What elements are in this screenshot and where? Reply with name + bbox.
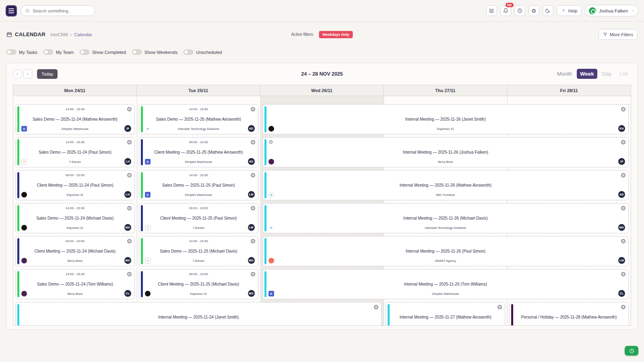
event-card[interactable]: 14:00 - 15:30 Sales Demo — 2025-11-25 (M… [139, 236, 258, 266]
event-status-circle[interactable] [621, 107, 625, 111]
event-card[interactable]: Internal Meeting — 2025-11-26 (Janet Smi… [262, 104, 629, 134]
event-card[interactable]: 14:00 - 15:30 Sales Demo — 2025-11-24 (M… [15, 104, 135, 134]
event-company: Berry Brew [280, 160, 611, 164]
toggle-show-weekends[interactable]: Show Weekends [132, 49, 178, 55]
event-status-circle[interactable] [127, 206, 132, 210]
event-card[interactable]: Internal Meeting — 2025-11-26 (Tom Willi… [262, 269, 629, 299]
event-title: Client Meeting — 2025-11-25 (Mathew Ains… [146, 150, 252, 154]
toggle-switch[interactable] [80, 49, 89, 55]
event-footer: itl Inteclads Technology Solutions AD [142, 125, 255, 132]
toggle-show-completed[interactable]: Show Completed [80, 49, 126, 55]
active-filter-badge[interactable]: Weekdays Only [319, 31, 353, 38]
event-card[interactable]: 14:00 - 15:30 Sales Demo — 2025-11-25 (P… [139, 170, 258, 200]
event-card[interactable]: 14:00 - 15:30 Sales Demo — 2025-11-24 (M… [15, 203, 135, 233]
event-status-circle[interactable] [621, 305, 625, 309]
event-card[interactable]: Internal Meeting — 2025-11-26 (Mathew Ai… [262, 170, 629, 200]
event-status-circle[interactable] [127, 140, 132, 144]
event-status-circle[interactable] [251, 239, 255, 243]
apps-grid-button[interactable] [486, 5, 497, 16]
help-button[interactable]: Help [557, 5, 582, 16]
event-status-circle[interactable] [251, 206, 255, 210]
event-footer: Espresso 31 MD [19, 224, 131, 231]
quick-time-button[interactable] [625, 346, 638, 356]
event-card[interactable]: Internal Meeting — 2025-11-26 (Paul Simo… [262, 236, 629, 266]
page-title-text: CALENDAR [15, 31, 45, 37]
calendar-toolbar: Today 24 – 28 NOV 2025 Month Week Day Li… [13, 69, 631, 79]
menu-button[interactable] [6, 5, 17, 16]
history-button[interactable] [514, 5, 525, 16]
toggle-switch[interactable] [132, 49, 142, 55]
company-logo [268, 159, 274, 165]
event-card[interactable]: Personal / Holiday — 2025-11-28 (Mathew … [509, 302, 629, 325]
event-status-circle[interactable] [621, 140, 625, 144]
search-box[interactable] [21, 5, 95, 16]
event-time: 09:00 - 10:00 [139, 272, 258, 276]
toggle-switch[interactable] [184, 49, 193, 55]
event-time: 09:00 - 10:00 [139, 140, 258, 144]
event-status-circle[interactable] [497, 305, 502, 309]
more-filters-button[interactable]: More Filters [599, 29, 638, 40]
user-menu-button[interactable]: Joshua Falken [585, 5, 638, 16]
view-month[interactable]: Month [554, 69, 575, 79]
event-title: Sales Demo — 2025-11-24 (Tom Williams) [22, 282, 128, 286]
event-status-circle[interactable] [374, 305, 378, 309]
clock-icon [517, 8, 522, 13]
event-card[interactable]: 09:00 - 10:00 Client Meeting — 2025-11-2… [15, 236, 135, 266]
company-logo [268, 126, 274, 132]
prev-button[interactable] [13, 70, 22, 78]
event-card[interactable]: Internal Meeting — 2025-11-26 (Michael D… [262, 203, 629, 233]
settings-button[interactable]: ⚙ [528, 5, 539, 16]
toggle-my-team[interactable]: My Team [43, 49, 74, 55]
event-status-circle[interactable] [621, 173, 625, 177]
event-card[interactable]: Internal Meeting — 2025-11-24 (Janet Smi… [15, 302, 382, 325]
event-status-circle[interactable] [127, 239, 132, 243]
event-status-circle[interactable] [621, 272, 625, 276]
event-company: Dimples Warehouse [280, 292, 611, 296]
next-button[interactable] [23, 70, 32, 78]
event-company: Dimples Warehouse [156, 193, 241, 197]
event-footer: 7 7-Eleven LM [142, 224, 255, 231]
event-footer [19, 323, 378, 325]
event-status-circle[interactable] [251, 272, 255, 276]
view-week[interactable]: Week [577, 69, 597, 79]
toggle-unscheduled[interactable]: Unscheduled [184, 49, 222, 55]
event-footer: 7 7-Eleven MD [142, 257, 255, 264]
event-card[interactable]: 09:00 - 10:00 Client Meeting — 2025-11-2… [139, 203, 258, 233]
view-day[interactable]: Day [599, 69, 615, 79]
toggle-switch[interactable] [43, 49, 53, 55]
company-logo [145, 291, 151, 296]
today-button[interactable]: Today [37, 69, 58, 79]
dark-mode-button[interactable] [543, 5, 553, 16]
event-card[interactable]: 09:00 - 10:00 Client Meeting — 2025-11-2… [139, 137, 258, 167]
assignee-avatar: MD [248, 257, 255, 264]
event-status-circle[interactable] [251, 173, 255, 177]
company-logo: 7 [21, 159, 27, 165]
notifications-button[interactable]: 530 [500, 5, 511, 16]
event-footer: Espresso 31 MD [142, 290, 255, 297]
view-list[interactable]: List [616, 69, 631, 79]
event-company: Dimples Warehouse [33, 127, 118, 131]
breadcrumb-root[interactable]: InteCRM [50, 32, 68, 37]
company-logo: itl [145, 126, 151, 132]
event-card[interactable]: 14:00 - 15:30 Sales Demo — 2025-11-24 (P… [15, 137, 135, 167]
toggle-label: Show Weekends [144, 50, 178, 55]
event-card[interactable]: 14:00 - 15:30 Sales Demo — 2025-11-25 (M… [139, 104, 258, 134]
event-status-circle[interactable] [127, 107, 132, 111]
toggle-switch[interactable] [6, 49, 16, 55]
event-card[interactable]: 09:00 - 10:00 Client Meeting — 2025-11-2… [139, 269, 258, 299]
event-title: Personal / Holiday — 2025-11-28 (Mathew … [516, 315, 622, 319]
event-footer: D Dimples Warehouse AD [142, 158, 255, 165]
event-status-circle[interactable] [127, 173, 132, 177]
event-status-circle[interactable] [251, 107, 255, 111]
event-card[interactable]: Internal Meeting — 2025-11-27 (Mathew Ai… [386, 302, 505, 325]
event-status-circle[interactable] [127, 272, 132, 276]
event-card[interactable]: 14:00 - 15:30 Sales Demo — 2025-11-24 (T… [15, 269, 135, 299]
event-card[interactable]: Internal Meeting — 2025-11-26 (Joshua Fa… [262, 137, 629, 167]
event-status-circle[interactable] [251, 140, 255, 144]
event-status-circle[interactable] [621, 239, 625, 243]
event-color-bar [388, 304, 390, 325]
event-card[interactable]: 09:00 - 10:00 Client Meeting — 2025-11-2… [15, 170, 135, 200]
event-status-circle[interactable] [621, 206, 625, 210]
search-input[interactable] [33, 8, 91, 13]
toggle-my-tasks[interactable]: My Tasks [6, 49, 37, 55]
